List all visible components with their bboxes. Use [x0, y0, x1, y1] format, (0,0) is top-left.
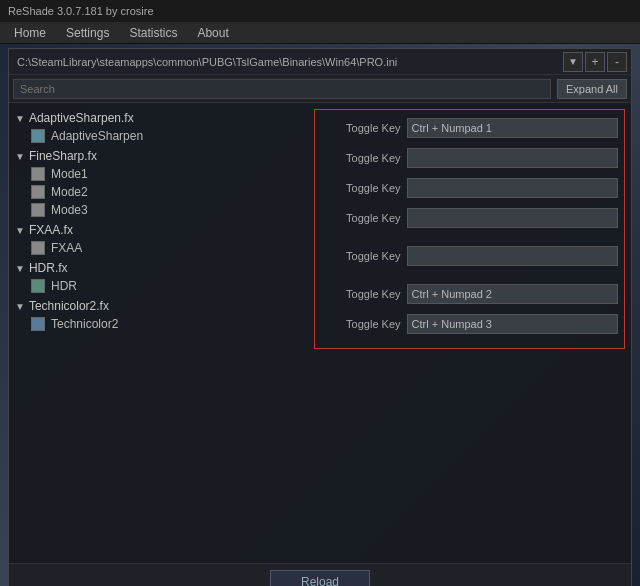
reload-button[interactable]: Reload	[270, 570, 370, 587]
toggle-row-2: Toggle Key	[321, 146, 618, 170]
toggle-label-2: Toggle Key	[321, 152, 401, 164]
toggle-key-input-6[interactable]	[407, 284, 618, 304]
toggle-row-3: Toggle Key	[321, 176, 618, 200]
effect-header-fine-sharp[interactable]: ▼ FineSharp.fx	[13, 147, 304, 165]
color-box-mode3	[31, 203, 45, 217]
menu-bar: Home Settings Statistics About	[0, 22, 640, 44]
effect-header-fxaa[interactable]: ▼ FXAA.fx	[13, 221, 304, 239]
toggle-row-6: Toggle Key	[321, 282, 618, 306]
effect-child-label-adaptive-sharpen: AdaptiveSharpen	[51, 129, 143, 143]
menu-home[interactable]: Home	[4, 24, 56, 42]
effect-child-label-technicolor2: Technicolor2	[51, 317, 118, 331]
toggle-label-3: Toggle Key	[321, 182, 401, 194]
path-dropdown-btn[interactable]: ▼	[563, 52, 583, 72]
toggle-icon-technicolor2: ▼	[15, 301, 25, 312]
path-bar: C:\SteamLibrary\steamapps\common\PUBG\Ts…	[9, 49, 631, 75]
color-box-technicolor2	[31, 317, 45, 331]
title-bar: ReShade 3.0.7.181 by crosire	[0, 0, 640, 22]
effect-name-fxaa: FXAA.fx	[29, 223, 73, 237]
bottom-bar: Reload	[9, 563, 631, 586]
effect-group-fine-sharp: ▼ FineSharp.fx Mode1 Mode2 Mode3	[13, 147, 304, 219]
toggle-icon-adaptive-sharpen: ▼	[15, 113, 25, 124]
effect-header-technicolor2[interactable]: ▼ Technicolor2.fx	[13, 297, 304, 315]
toggle-label-4: Toggle Key	[321, 212, 401, 224]
effect-group-fxaa: ▼ FXAA.fx FXAA	[13, 221, 304, 257]
effect-group-hdr: ▼ HDR.fx HDR	[13, 259, 304, 295]
menu-settings[interactable]: Settings	[56, 24, 119, 42]
color-box-mode2	[31, 185, 45, 199]
effect-child-label-hdr: HDR	[51, 279, 77, 293]
effect-name-adaptive-sharpen: AdaptiveSharpen.fx	[29, 111, 134, 125]
search-input[interactable]	[13, 79, 551, 99]
color-box-fxaa	[31, 241, 45, 255]
toggle-row-7: Toggle Key	[321, 312, 618, 336]
path-remove-btn[interactable]: -	[607, 52, 627, 72]
toggle-key-input-4[interactable]	[407, 208, 618, 228]
spacer-1	[321, 236, 618, 244]
effect-sub-technicolor2: Technicolor2	[13, 315, 304, 333]
effect-group-technicolor2: ▼ Technicolor2.fx Technicolor2	[13, 297, 304, 333]
effect-sub-mode2: Mode2	[13, 183, 304, 201]
effect-name-fine-sharp: FineSharp.fx	[29, 149, 97, 163]
toggle-border-container: Toggle Key Toggle Key Toggle Key	[314, 109, 625, 349]
toggle-key-input-3[interactable]	[407, 178, 618, 198]
path-add-btn[interactable]: +	[585, 52, 605, 72]
toggle-icon-fine-sharp: ▼	[15, 151, 25, 162]
effect-child-label-mode1: Mode1	[51, 167, 88, 181]
config-path: C:\SteamLibrary\steamapps\common\PUBG\Ts…	[13, 54, 561, 70]
toggle-label-1: Toggle Key	[321, 122, 401, 134]
toggle-row-1: Toggle Key	[321, 116, 618, 140]
toggle-row-4: Toggle Key	[321, 206, 618, 230]
toggle-key-input-2[interactable]	[407, 148, 618, 168]
color-box-mode1	[31, 167, 45, 181]
expand-all-button[interactable]: Expand All	[557, 79, 627, 99]
content-area: ▼ AdaptiveSharpen.fx AdaptiveSharpen ▼ F…	[9, 103, 631, 563]
toggle-key-input-7[interactable]	[407, 314, 618, 334]
effect-sub-mode1: Mode1	[13, 165, 304, 183]
toggle-row-5: Toggle Key	[321, 244, 618, 268]
effect-sub-mode3: Mode3	[13, 201, 304, 219]
toggle-key-input-1[interactable]	[407, 118, 618, 138]
effect-child-label-fxaa: FXAA	[51, 241, 82, 255]
color-box-hdr	[31, 279, 45, 293]
effect-group-adaptive-sharpen: ▼ AdaptiveSharpen.fx AdaptiveSharpen	[13, 109, 304, 145]
app-title: ReShade 3.0.7.181 by crosire	[8, 5, 154, 17]
effect-name-hdr: HDR.fx	[29, 261, 68, 275]
main-panel: C:\SteamLibrary\steamapps\common\PUBG\Ts…	[8, 48, 632, 586]
toggle-label-5: Toggle Key	[321, 250, 401, 262]
toggle-label-6: Toggle Key	[321, 288, 401, 300]
color-box-adaptive-sharpen	[31, 129, 45, 143]
effect-child-label-mode3: Mode3	[51, 203, 88, 217]
toggle-key-input-5[interactable]	[407, 246, 618, 266]
effect-sub-fxaa: FXAA	[13, 239, 304, 257]
effect-child-label-mode2: Mode2	[51, 185, 88, 199]
toggle-panel: Toggle Key Toggle Key Toggle Key	[308, 103, 631, 563]
effect-header-adaptive-sharpen[interactable]: ▼ AdaptiveSharpen.fx	[13, 109, 304, 127]
toggle-icon-fxaa: ▼	[15, 225, 25, 236]
effect-list: ▼ AdaptiveSharpen.fx AdaptiveSharpen ▼ F…	[9, 103, 308, 563]
effect-sub-hdr: HDR	[13, 277, 304, 295]
spacer-2	[321, 274, 618, 282]
effect-name-technicolor2: Technicolor2.fx	[29, 299, 109, 313]
effect-sub-adaptive-sharpen: AdaptiveSharpen	[13, 127, 304, 145]
search-bar: Expand All	[9, 75, 631, 103]
toggle-icon-hdr: ▼	[15, 263, 25, 274]
menu-statistics[interactable]: Statistics	[119, 24, 187, 42]
menu-about[interactable]: About	[187, 24, 238, 42]
toggle-label-7: Toggle Key	[321, 318, 401, 330]
effect-header-hdr[interactable]: ▼ HDR.fx	[13, 259, 304, 277]
